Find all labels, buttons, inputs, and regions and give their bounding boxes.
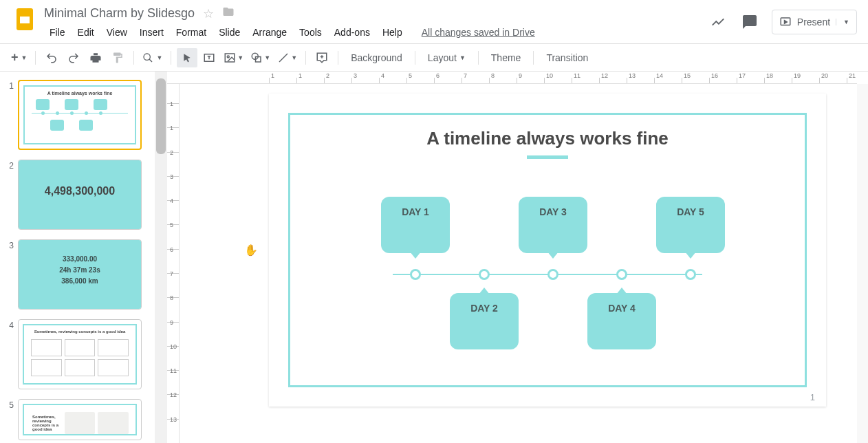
ruler-horizontal: 1123456789101112131415161718192021222324… — [167, 72, 857, 84]
main-area: 1 A timeline always works fine — [0, 72, 868, 443]
svg-line-13 — [279, 54, 287, 62]
svg-rect-1 — [20, 17, 30, 23]
separator — [35, 51, 36, 65]
separator — [533, 51, 534, 65]
timeline-box-day3[interactable]: DAY 3 — [519, 197, 587, 253]
slide-canvas[interactable]: A timeline always works fine DAY 1 DAY 2… — [269, 94, 826, 407]
slide-thumb-2[interactable]: 2 4,498,300,000 — [4, 160, 151, 230]
theme-button[interactable]: Theme — [484, 48, 528, 67]
new-slide-button[interactable]: +▼ — [8, 48, 30, 67]
separator — [133, 51, 134, 65]
select-tool[interactable] — [177, 48, 197, 67]
slide-page-number: 1 — [810, 392, 815, 402]
menu-edit[interactable]: Edit — [72, 24, 100, 41]
filmstrip[interactable]: 1 A timeline always works fine — [0, 72, 155, 443]
menu-slide[interactable]: Slide — [213, 24, 246, 41]
move-folder-icon[interactable] — [222, 6, 235, 21]
menu-format[interactable]: Format — [171, 24, 212, 41]
filmstrip-scrollbar[interactable] — [155, 72, 167, 443]
timeline-dot[interactable] — [479, 269, 490, 280]
svg-marker-3 — [784, 21, 787, 24]
timeline-dot[interactable] — [547, 269, 558, 280]
app-header: Minimal Charm by Slidesgo ☆ File Edit Vi… — [0, 0, 868, 44]
save-status[interactable]: All changes saved in Drive — [422, 27, 535, 38]
print-button[interactable] — [85, 48, 106, 67]
separator — [478, 51, 479, 65]
shape-tool[interactable]: ▼ — [248, 48, 273, 67]
present-caret-icon[interactable]: ▼ — [836, 19, 849, 25]
menu-help[interactable]: Help — [377, 24, 408, 41]
title-area: Minimal Charm by Slidesgo ☆ File Edit Vi… — [44, 6, 708, 41]
line-tool[interactable]: ▼ — [274, 48, 300, 67]
slides-logo-icon[interactable] — [11, 6, 39, 33]
layout-button[interactable]: Layout▼ — [421, 48, 473, 67]
menu-tools[interactable]: Tools — [294, 24, 327, 41]
scrollbar-thumb[interactable] — [156, 78, 166, 154]
present-label: Present — [797, 17, 830, 28]
transition-button[interactable]: Transition — [539, 48, 595, 67]
timeline-dot[interactable] — [410, 269, 421, 280]
redo-button[interactable] — [63, 48, 84, 67]
background-button[interactable]: Background — [344, 48, 409, 67]
slide-thumb-1[interactable]: 1 A timeline always works fine — [4, 80, 151, 150]
hand-cursor-icon: ✋ — [244, 244, 258, 257]
undo-button[interactable] — [41, 48, 62, 67]
separator — [171, 51, 171, 65]
timeline-box-day2[interactable]: DAY 2 — [450, 293, 519, 349]
toolbar: +▼ ▼ ▼ ▼ ▼ Background Layout▼ Theme Tran… — [0, 44, 868, 72]
slide-thumb-3[interactable]: 3 333,000.0024h 37m 23s386,000 km — [4, 239, 151, 310]
timeline-box-day5[interactable]: DAY 5 — [656, 197, 725, 253]
menu-addons[interactable]: Add-ons — [329, 24, 376, 41]
slide-thumb-5[interactable]: 5 Sometimes, reviewing concepts is a goo… — [4, 399, 151, 440]
svg-point-10 — [228, 56, 230, 58]
separator — [338, 51, 338, 65]
star-icon[interactable]: ☆ — [203, 6, 214, 21]
menu-view[interactable]: View — [101, 24, 133, 41]
image-tool[interactable]: ▼ — [221, 48, 246, 67]
slide-title[interactable]: A timeline always works fine — [269, 128, 826, 149]
ruler-vertical: 112345678910111213 — [167, 84, 180, 443]
comments-icon[interactable] — [740, 12, 759, 32]
zoom-button[interactable]: ▼ — [140, 48, 165, 67]
menu-arrange[interactable]: Arrange — [247, 24, 292, 41]
document-title[interactable]: Minimal Charm by Slidesgo — [44, 6, 195, 21]
timeline-box-day4[interactable]: DAY 4 — [587, 293, 656, 349]
svg-point-4 — [144, 54, 150, 60]
menu-insert[interactable]: Insert — [134, 24, 169, 41]
separator — [415, 51, 415, 65]
timeline-box-day1[interactable]: DAY 1 — [381, 197, 450, 253]
canvas-area[interactable]: 1123456789101112131415161718192021222324… — [167, 72, 868, 443]
present-button[interactable]: Present ▼ — [772, 10, 857, 34]
menu-file[interactable]: File — [44, 24, 71, 41]
title-underline — [527, 155, 568, 159]
slide-thumb-4[interactable]: 4 Sometimes, reviewing concepts is a goo… — [4, 319, 151, 389]
paint-format-button[interactable] — [107, 48, 128, 67]
svg-line-5 — [149, 59, 152, 62]
separator — [305, 51, 306, 65]
header-actions: Present ▼ — [708, 6, 857, 34]
timeline-dot[interactable] — [685, 269, 696, 280]
explore-icon[interactable] — [708, 12, 728, 32]
canvas-scrollbar[interactable] — [857, 84, 868, 443]
menubar: File Edit View Insert Format Slide Arran… — [44, 24, 708, 41]
timeline-dot[interactable] — [616, 269, 627, 280]
comment-button[interactable] — [312, 48, 332, 67]
textbox-tool[interactable] — [199, 48, 219, 67]
